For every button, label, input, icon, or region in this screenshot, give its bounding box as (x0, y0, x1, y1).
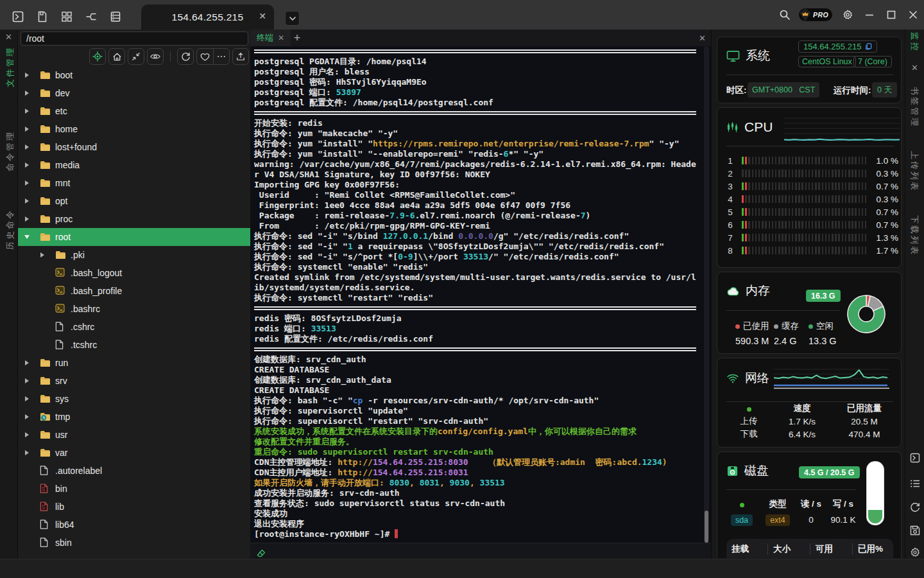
chevron-right-icon[interactable] (23, 71, 31, 79)
session-tab[interactable]: 154.64.255.215 ✕ (141, 4, 274, 30)
view-button[interactable] (147, 48, 164, 65)
tab-history-commands[interactable]: 历史命令 (4, 209, 16, 250)
chevron-right-icon[interactable] (23, 413, 31, 421)
new-terminal-tab-button[interactable]: + (290, 31, 304, 45)
chevron-right-icon[interactable] (23, 359, 31, 367)
chevron-right-icon[interactable] (23, 179, 31, 187)
clean-brush-icon[interactable] (257, 549, 266, 558)
chevron-right-icon[interactable] (38, 251, 46, 259)
chevron-right-icon[interactable] (23, 107, 31, 115)
tab-command-manager[interactable]: 命令管理 (4, 130, 16, 171)
home-button[interactable] (108, 48, 125, 65)
collapse-button[interactable] (128, 48, 144, 65)
locate-button[interactable] (89, 48, 106, 65)
tab-upload-list[interactable]: 上传列表 (909, 151, 920, 192)
cpu-meter-icon (726, 121, 739, 134)
tab-list-dropdown[interactable] (285, 11, 300, 26)
chevron-right-icon[interactable] (23, 449, 31, 457)
apps-grid-icon[interactable] (61, 11, 73, 22)
tab-monitor[interactable]: 监控 (909, 32, 920, 53)
chevron-right-icon[interactable] (23, 89, 31, 97)
tree-item-tmp[interactable]: tmp (18, 408, 250, 426)
nic-dot (747, 407, 751, 412)
favorites-button[interactable] (197, 48, 213, 65)
tree-item-sys[interactable]: sys (18, 390, 250, 408)
chevron-right-icon[interactable] (23, 143, 31, 151)
tree-item--bash-logout[interactable]: .bash_logout (18, 264, 250, 282)
tree-item-var[interactable]: var (18, 444, 250, 462)
os-version-badge: 7 (Core) (853, 56, 892, 67)
tree-item--tcshrc[interactable]: .tcshrc (18, 336, 250, 354)
task-list-icon[interactable] (910, 478, 920, 489)
tree-item-lib64[interactable]: lib64 (18, 516, 250, 534)
terminal-scrollbar[interactable] (704, 46, 709, 543)
rail-gear-icon[interactable] (910, 547, 920, 557)
path-input[interactable] (21, 31, 248, 46)
tree-item--pki[interactable]: .pki (18, 246, 250, 264)
tree-item--autorelabel[interactable]: .autorelabel (18, 462, 250, 480)
tree-item-root[interactable]: root (18, 228, 250, 246)
sync-refresh-icon[interactable] (910, 502, 920, 512)
chevron-right-icon[interactable] (23, 395, 31, 403)
tree-item-home[interactable]: home (18, 120, 250, 138)
tree-item--bash-profile[interactable]: .bash_profile (18, 282, 250, 300)
file-manager-panel: bootdevetchomelost+foundmediamntoptprocr… (18, 30, 250, 559)
tree-item-proc[interactable]: proc (18, 210, 250, 228)
chevron-right-icon[interactable] (23, 197, 31, 205)
search-icon[interactable] (779, 9, 791, 21)
chevron-right-icon[interactable] (23, 125, 31, 133)
monitor-close-icon[interactable]: ✕ (911, 63, 918, 73)
maximize-button[interactable] (880, 0, 902, 30)
close-button[interactable] (902, 0, 924, 30)
more-button[interactable] (213, 48, 229, 65)
tree-item-label: run (55, 358, 68, 368)
tree-item-label: sbin (55, 538, 72, 548)
tree-item--cshrc[interactable]: .cshrc (18, 318, 250, 336)
new-terminal-icon[interactable] (12, 11, 24, 22)
folder-icon (40, 358, 51, 368)
sidebar-close-icon[interactable]: ✕ (5, 32, 12, 42)
tab-download-list[interactable]: 下载列表 (909, 215, 920, 256)
tree-item-usr[interactable]: usr (18, 426, 250, 444)
terminal-scrollbar-thumb[interactable] (705, 511, 708, 543)
network-card: 网络 速度 已用流量 上传 1.7 K/s 20.5 M 下载 6.4 K/s … (717, 358, 902, 448)
terminal-tab-close-icon[interactable]: ✕ (278, 33, 284, 42)
tab-bookmarks[interactable]: 书签管理 (909, 87, 920, 128)
terminal-screen[interactable]: postgresql PGDATA目录: /home/psql14postgre… (250, 46, 711, 543)
session-tab-close-icon[interactable]: ✕ (259, 11, 266, 21)
chevron-right-icon[interactable] (23, 377, 31, 385)
settings-gear-icon[interactable] (843, 10, 854, 21)
chevron-right-icon[interactable] (23, 215, 31, 223)
tree-item-media[interactable]: media (18, 156, 250, 174)
server-list-icon[interactable] (110, 11, 121, 22)
tab-file-manager[interactable]: 文件管理 (4, 46, 16, 87)
terminal-panel-close-icon[interactable]: ✕ (699, 33, 706, 43)
tree-item-lost-found[interactable]: lost+found (18, 138, 250, 156)
tree-item-srv[interactable]: srv (18, 372, 250, 390)
tree-item-bin[interactable]: 0110bin (18, 480, 250, 498)
connections-tree-icon[interactable] (85, 11, 97, 22)
upload-button[interactable] (232, 48, 249, 65)
tree-item-lib[interactable]: 0110lib (18, 498, 250, 516)
minimize-button[interactable] (859, 0, 880, 30)
refresh-button[interactable] (177, 48, 194, 65)
chevron-right-icon[interactable] (23, 161, 31, 169)
copy-icon[interactable] (865, 43, 872, 50)
save-icon[interactable] (910, 525, 920, 536)
terminal-tab[interactable]: 终端 ✕ (250, 30, 291, 46)
tree-item--bashrc[interactable]: .bashrc (18, 300, 250, 318)
tree-item-run[interactable]: run (18, 354, 250, 372)
ip-badge[interactable]: 154.64.255.215 (798, 40, 877, 53)
tree-item-mnt[interactable]: mnt (18, 174, 250, 192)
pro-badge[interactable]: PRO (799, 8, 832, 21)
tree-item-boot[interactable]: boot (18, 66, 250, 84)
tree-item-opt[interactable]: opt (18, 192, 250, 210)
tree-item-dev[interactable]: dev (18, 84, 250, 102)
no-chevron (23, 485, 31, 493)
chevron-down-icon[interactable] (23, 233, 31, 241)
chevron-right-icon[interactable] (23, 431, 31, 439)
tree-item-etc[interactable]: etc (18, 102, 250, 120)
file-icon[interactable] (37, 11, 48, 22)
tree-item-sbin[interactable]: sbin (18, 534, 250, 551)
mini-terminal-icon[interactable] (910, 453, 920, 463)
